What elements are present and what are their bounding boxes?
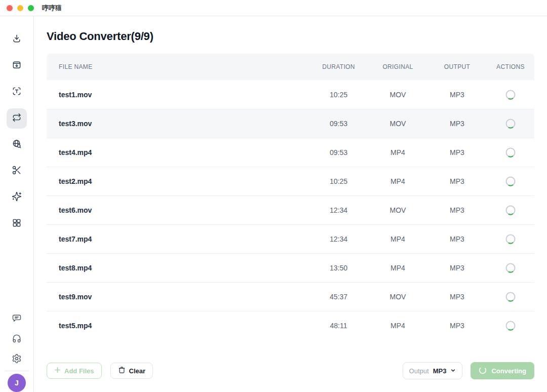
converting-label: Converting <box>491 367 526 375</box>
close-window-button[interactable] <box>7 5 13 11</box>
sidebar-item-import[interactable] <box>7 56 27 76</box>
column-header-actions: ACTIONS <box>487 63 534 70</box>
output-format-cell: MP3 <box>427 322 487 330</box>
traffic-lights <box>7 5 34 11</box>
globe-search-icon <box>12 139 22 151</box>
main-content: Video Converter(9/9) FILE NAME DURATION … <box>34 16 547 392</box>
column-header-duration: DURATION <box>309 63 368 70</box>
table-row[interactable]: test1.mov 10:25 MOV MP3 <box>47 80 534 109</box>
table-row[interactable]: test8.mp4 13:50 MP4 MP3 <box>47 253 534 282</box>
sparkles-icon <box>12 191 22 204</box>
sidebar-item-ai-tools[interactable] <box>7 187 27 208</box>
zoom-window-button[interactable] <box>28 5 34 11</box>
output-format-cell: MP3 <box>427 206 487 214</box>
table-row[interactable]: test6.mov 12:34 MOV MP3 <box>47 195 534 224</box>
progress-spinner-icon[interactable] <box>505 262 516 273</box>
text-scan-icon <box>12 86 22 98</box>
original-format-cell: MP4 <box>368 148 427 156</box>
progress-spinner-icon[interactable] <box>505 147 516 158</box>
chevron-down-icon <box>450 366 456 375</box>
output-format-select[interactable]: Output MP3 <box>403 362 463 379</box>
trash-icon <box>118 366 126 375</box>
sidebar-item-support[interactable] <box>7 329 27 349</box>
gear-icon <box>12 354 22 366</box>
sidebar-item-web-search[interactable] <box>7 135 27 155</box>
actions-cell <box>487 176 534 187</box>
grid-icon <box>12 218 22 230</box>
clear-button[interactable]: Clear <box>110 363 153 379</box>
column-header-output: OUTPUT <box>427 63 487 70</box>
sidebar-item-converter[interactable] <box>7 108 27 129</box>
minimize-window-button[interactable] <box>17 5 23 11</box>
file-name-cell: test2.mp4 <box>47 177 309 185</box>
table-row[interactable]: test3.mov 09:53 MOV MP3 <box>47 109 534 138</box>
column-header-original: ORIGINAL <box>368 63 427 70</box>
progress-spinner-icon[interactable] <box>505 291 516 302</box>
progress-spinner-icon[interactable] <box>505 233 516 245</box>
file-name-cell: test8.mp4 <box>47 264 309 272</box>
duration-cell: 09:53 <box>309 148 368 156</box>
output-format-cell: MP3 <box>427 264 487 272</box>
duration-cell: 45:37 <box>309 293 368 301</box>
output-format-cell: MP3 <box>427 293 487 301</box>
titlebar: 哼哼猫 <box>0 0 547 16</box>
add-files-label: Add Files <box>64 367 94 375</box>
footer-toolbar: Add Files Clear Output MP3 <box>47 362 534 392</box>
table-row[interactable]: test9.mov 45:37 MOV MP3 <box>47 282 534 311</box>
page-title: Video Converter(9/9) <box>47 29 534 44</box>
user-avatar[interactable]: J <box>8 374 26 392</box>
original-format-cell: MOV <box>368 91 427 99</box>
app-window: 哼哼猫 <box>0 0 547 392</box>
sidebar-item-download[interactable] <box>7 29 27 50</box>
duration-cell: 12:34 <box>309 235 368 243</box>
duration-cell: 13:50 <box>309 264 368 272</box>
sidebar-divider <box>5 371 29 371</box>
sidebar-item-apps[interactable] <box>7 214 27 234</box>
download-icon <box>12 33 22 46</box>
progress-spinner-icon[interactable] <box>505 176 516 187</box>
duration-cell: 09:53 <box>309 120 368 128</box>
table-row[interactable]: test7.mp4 12:34 MP4 MP3 <box>47 224 534 253</box>
actions-cell <box>487 205 534 216</box>
progress-spinner-icon[interactable] <box>505 320 516 331</box>
progress-spinner-icon[interactable] <box>505 118 516 129</box>
sidebar-item-trim[interactable] <box>7 161 27 181</box>
sidebar-item-feedback[interactable] <box>7 309 27 329</box>
sidebar-item-text-capture[interactable] <box>7 82 27 102</box>
sidebar-item-settings[interactable] <box>7 349 27 370</box>
original-format-cell: MOV <box>368 206 427 214</box>
original-format-cell: MP4 <box>368 235 427 243</box>
file-name-cell: test1.mov <box>47 91 309 99</box>
converting-button[interactable]: Converting <box>471 362 534 379</box>
progress-spinner-icon[interactable] <box>505 205 516 216</box>
plus-icon <box>54 367 61 375</box>
clear-label: Clear <box>129 367 146 375</box>
inbox-download-icon <box>12 60 22 72</box>
actions-cell <box>487 233 534 245</box>
repeat-convert-icon <box>12 112 22 125</box>
original-format-cell: MOV <box>368 293 427 301</box>
table-row[interactable]: test5.mp4 48:11 MP4 MP3 <box>47 311 534 340</box>
duration-cell: 10:25 <box>309 91 368 99</box>
file-name-cell: test5.mp4 <box>47 322 309 330</box>
column-header-file-name: FILE NAME <box>47 63 309 70</box>
original-format-cell: MP4 <box>368 264 427 272</box>
file-name-cell: test6.mov <box>47 206 309 214</box>
actions-cell <box>487 89 534 100</box>
duration-cell: 10:25 <box>309 177 368 185</box>
duration-cell: 48:11 <box>309 322 368 330</box>
output-format-cell: MP3 <box>427 148 487 156</box>
output-format-cell: MP3 <box>427 91 487 99</box>
file-name-cell: test9.mov <box>47 293 309 301</box>
original-format-cell: MOV <box>368 120 427 128</box>
file-name-cell: test4.mp4 <box>47 148 309 156</box>
output-select-label: Output <box>409 367 429 375</box>
progress-spinner-icon[interactable] <box>505 89 516 100</box>
chat-bubble-icon <box>12 313 22 325</box>
table-row[interactable]: test4.mp4 09:53 MP4 MP3 <box>47 138 534 167</box>
output-select-value: MP3 <box>433 367 447 375</box>
add-files-button[interactable]: Add Files <box>47 363 102 379</box>
table-row[interactable]: test2.mp4 10:25 MP4 MP3 <box>47 167 534 195</box>
output-format-cell: MP3 <box>427 120 487 128</box>
headphones-icon <box>12 333 22 345</box>
